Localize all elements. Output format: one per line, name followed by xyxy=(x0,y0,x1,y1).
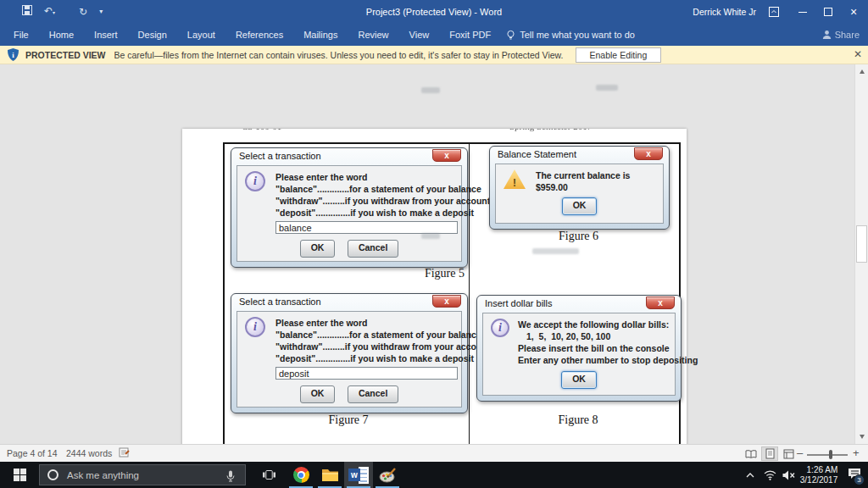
notification-badge: 3 xyxy=(854,474,865,485)
tab-file[interactable]: File xyxy=(3,24,39,46)
dialog-message-line: Please insert the bill on the console xyxy=(518,342,698,354)
dialog-title: Select a transaction xyxy=(239,151,321,161)
tab-insert[interactable]: Insert xyxy=(84,24,128,46)
ribbon-display-options-icon[interactable] xyxy=(761,0,787,24)
cancel-button[interactable]: Cancel xyxy=(348,240,398,258)
figure-caption-8: Figure 8 xyxy=(476,413,680,427)
doc-header-right: Spring Semester 2017 xyxy=(509,129,637,133)
restore-button[interactable] xyxy=(815,0,841,24)
dialog-insert-dollar-bills-fig8: Insert dollar bills x i We accept the fo… xyxy=(476,295,682,402)
enable-editing-button[interactable]: Enable Editing xyxy=(576,47,662,63)
info-icon: i xyxy=(245,171,265,191)
tab-foxit-pdf[interactable]: Foxit PDF xyxy=(439,24,501,46)
dialog-panel: The current balance is $959.00 OK xyxy=(495,164,664,224)
message-bar-close-icon[interactable]: ✕ xyxy=(854,48,862,60)
dialog-close-icon[interactable]: x xyxy=(634,147,663,160)
cortana-icon xyxy=(47,469,58,480)
dialog-panel: i Please enter the word "balance".......… xyxy=(236,311,462,408)
dialog-message-line: Please enter the word xyxy=(275,317,490,329)
tab-mailings[interactable]: Mailings xyxy=(293,24,348,46)
ok-button[interactable]: OK xyxy=(561,371,597,389)
protected-view-message: Be careful—files from the Internet can c… xyxy=(114,50,564,60)
file-explorer-icon[interactable] xyxy=(315,462,344,488)
dialog-message-line: "balance".............for a statement of… xyxy=(275,183,490,195)
volume-muted-icon[interactable] xyxy=(780,462,797,488)
dialog-balance-statement-fig6: Balance Statement x The current balance … xyxy=(489,146,670,230)
info-icon: i xyxy=(491,319,509,337)
info-icon: i xyxy=(245,317,265,337)
ghost-smudge xyxy=(421,87,440,93)
tab-references[interactable]: References xyxy=(225,24,293,46)
word-count[interactable]: 2444 words xyxy=(66,448,112,458)
ok-button[interactable]: OK xyxy=(300,240,336,258)
dialog-message-line: Enter any other number to stop depositin… xyxy=(518,354,698,366)
dialog-close-icon[interactable]: x xyxy=(432,295,461,308)
protected-view-label: PROTECTED VIEW xyxy=(25,50,106,60)
clock-date: 3/12/2017 xyxy=(800,475,838,485)
page-indicator[interactable]: Page 4 of 14 xyxy=(7,448,58,458)
task-view-button[interactable] xyxy=(254,462,283,488)
dialog-panel: i We accept the following dollar bills: … xyxy=(482,313,676,396)
figure-caption-5: Figure 5 xyxy=(231,267,465,280)
tell-me-box[interactable]: Tell me what you want to do xyxy=(506,30,635,41)
tab-home[interactable]: Home xyxy=(39,24,84,46)
figure-caption-7: Figure 7 xyxy=(231,413,466,427)
task-view-icon xyxy=(262,469,276,480)
tab-view[interactable]: View xyxy=(399,24,440,46)
zoom-slider[interactable] xyxy=(807,454,848,456)
ok-button[interactable]: OK xyxy=(562,197,598,215)
dialog-message-line: The current balance is xyxy=(536,169,630,181)
cancel-button[interactable]: Cancel xyxy=(348,385,398,403)
microphone-icon[interactable] xyxy=(226,470,235,482)
dialog-close-icon[interactable]: x xyxy=(646,297,675,309)
proofing-icon[interactable] xyxy=(119,447,130,460)
web-layout-button[interactable] xyxy=(780,446,797,461)
search-box[interactable]: Ask me anything xyxy=(39,464,246,485)
zoom-handle[interactable] xyxy=(829,450,832,459)
scroll-up-button[interactable] xyxy=(855,65,868,78)
transaction-input[interactable] xyxy=(275,221,458,234)
read-mode-button[interactable] xyxy=(743,446,760,461)
vertical-scrollbar[interactable] xyxy=(854,64,868,444)
clock[interactable]: 1:26 AM 3/12/2017 xyxy=(795,462,843,488)
scroll-thumb[interactable] xyxy=(856,225,867,263)
dialog-message-line: Please enter the word xyxy=(275,171,490,183)
search-placeholder: Ask me anything xyxy=(67,470,139,480)
app-titlebar: ↶▾ ↻ ▾ Project3 (Protected View) - Word … xyxy=(0,0,868,24)
dialog-select-transaction-fig5: Select a transaction x i Please enter th… xyxy=(231,147,468,268)
lightbulb-icon xyxy=(506,30,515,41)
dialog-message-line: "deposit"..............if you wish to ma… xyxy=(275,207,490,219)
dialog-message-line: "deposit"..............if you wish to ma… xyxy=(275,352,490,364)
wifi-icon[interactable] xyxy=(761,462,778,488)
user-name: Derrick White Jr xyxy=(693,0,756,24)
zoom-in-button[interactable]: + xyxy=(853,446,860,459)
document-canvas: CS 100-01 Spring Semester 2017 Select a … xyxy=(0,64,868,444)
action-center-icon[interactable]: 3 xyxy=(844,462,865,488)
chrome-icon[interactable] xyxy=(287,462,315,488)
paint-icon[interactable] xyxy=(373,462,402,488)
ok-button[interactable]: OK xyxy=(300,385,336,403)
word-icon[interactable]: w xyxy=(344,462,373,488)
share-button[interactable]: Share xyxy=(822,24,860,46)
tab-review[interactable]: Review xyxy=(348,24,399,46)
tab-design[interactable]: Design xyxy=(128,24,177,46)
tray-chevron-icon[interactable] xyxy=(743,462,758,488)
dialog-message-line: "withdraw".........if you withdraw from … xyxy=(275,195,490,207)
minimize-button[interactable] xyxy=(790,0,815,24)
start-button[interactable] xyxy=(0,462,39,488)
doc-header-left: CS 100-01 xyxy=(242,129,369,133)
print-layout-button[interactable] xyxy=(761,446,778,461)
dialog-title: Insert dollar bills xyxy=(485,298,552,308)
dialog-message-line: 1, 5, 10, 20, 50, 100 xyxy=(518,330,698,342)
zoom-out-button[interactable]: – xyxy=(797,446,803,459)
person-icon xyxy=(822,30,832,40)
clock-time: 1:26 AM xyxy=(807,465,838,474)
close-button[interactable]: × xyxy=(841,0,866,24)
transaction-input[interactable] xyxy=(275,367,458,380)
scroll-down-button[interactable] xyxy=(855,430,868,443)
dialog-close-icon[interactable]: x xyxy=(432,149,461,162)
dialog-message-line: "withdraw".........if you withdraw from … xyxy=(275,341,490,352)
shield-icon: i xyxy=(8,48,19,61)
protected-view-bar: i PROTECTED VIEW Be careful—files from t… xyxy=(0,46,868,64)
tab-layout[interactable]: Layout xyxy=(177,24,225,46)
